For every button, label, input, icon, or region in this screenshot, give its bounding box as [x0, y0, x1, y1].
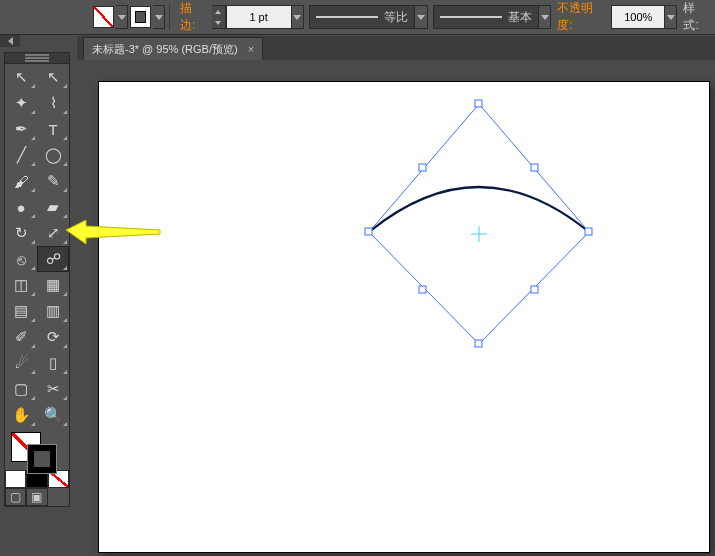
svg-rect-5 [419, 164, 426, 171]
stroke-weight-dropdown[interactable] [292, 5, 304, 29]
pen-tool[interactable]: ✒ [5, 116, 37, 142]
document-tab[interactable]: 未标题-3* @ 95% (RGB/预览) × [83, 37, 263, 60]
dash-profile-label: 等比 [384, 9, 408, 26]
dash-profile-dropdown[interactable] [415, 5, 427, 29]
type-tool[interactable]: T [37, 116, 69, 142]
stroke-label[interactable]: 描边: [174, 0, 212, 34]
document-tab-title: 未标题-3* @ 95% (RGB/预览) [92, 42, 238, 57]
svg-rect-7 [419, 286, 426, 293]
scale-tool[interactable]: ⤢ [37, 220, 69, 246]
svg-rect-3 [475, 340, 482, 347]
color-mode-solid[interactable] [5, 470, 26, 488]
stroke-dropdown[interactable] [153, 5, 165, 29]
lasso-tool[interactable]: ⌇ [37, 90, 69, 116]
dash-profile-combo[interactable]: 等比 [309, 5, 415, 29]
zoom-tool[interactable]: 🔍 [37, 402, 69, 428]
stroke-weight-stepper[interactable] [212, 5, 226, 29]
fill-dropdown[interactable] [116, 5, 128, 29]
svg-rect-6 [531, 164, 538, 171]
opacity-dropdown[interactable] [665, 5, 677, 29]
brush-profile-combo[interactable]: 基本 [433, 5, 539, 29]
toolbox: ↖↖✦⌇✒T╱◯🖌✎●▰↻⤢⎋☍◫▦▤▥✐⟳☄▯▢✂✋🔍 ▢ ▣ [4, 52, 70, 507]
magic-wand-tool[interactable]: ✦ [5, 90, 37, 116]
live-paint-tool[interactable]: ▦ [37, 272, 69, 298]
svg-rect-1 [475, 100, 482, 107]
blob-brush-tool[interactable]: ● [5, 194, 37, 220]
brush-profile-label: 基本 [508, 9, 532, 26]
fill-stroke-control[interactable] [5, 428, 69, 470]
control-bar: 描边: 1 pt 等比 基本 不透明度: 100% 样式: [0, 0, 715, 35]
svg-rect-4 [365, 228, 372, 235]
gradient-tool[interactable]: ▥ [37, 298, 69, 324]
selection-tool[interactable]: ↖ [5, 64, 37, 90]
fill-swatch[interactable] [93, 6, 114, 28]
svg-rect-2 [585, 228, 592, 235]
free-transform-tool[interactable]: ☍ [37, 246, 69, 272]
toolbox-grip[interactable] [5, 53, 69, 64]
svg-marker-0 [369, 104, 589, 344]
stroke-swatch[interactable] [130, 6, 151, 28]
style-label: 样式: [677, 0, 715, 34]
eraser-tool[interactable]: ▰ [37, 194, 69, 220]
hand-tool[interactable]: ✋ [5, 402, 37, 428]
screen-mode-normal[interactable]: ▢ [5, 488, 26, 506]
svg-rect-8 [531, 286, 538, 293]
ellipse-tool[interactable]: ◯ [37, 142, 69, 168]
shape-builder-tool[interactable]: ◫ [5, 272, 37, 298]
opacity-label[interactable]: 不透明度: [551, 0, 611, 34]
opacity-field[interactable]: 100% [611, 5, 665, 29]
slice-tool[interactable]: ✂ [37, 376, 69, 402]
width-tool[interactable]: ⎋ [5, 246, 37, 272]
direct-selection-tool[interactable]: ↖ [37, 64, 69, 90]
panel-collapse-toggle[interactable] [0, 35, 20, 47]
close-tab-icon[interactable]: × [248, 43, 254, 55]
artboard-tool[interactable]: ▢ [5, 376, 37, 402]
artwork-overlay [99, 82, 709, 552]
eyedropper-tool[interactable]: ✐ [5, 324, 37, 350]
document-tabstrip: 未标题-3* @ 95% (RGB/预览) × [77, 36, 715, 60]
screen-mode-full[interactable]: ▣ [26, 488, 47, 506]
stroke-indicator[interactable] [27, 444, 57, 474]
paintbrush-tool[interactable]: 🖌 [5, 168, 37, 194]
line-tool[interactable]: ╱ [5, 142, 37, 168]
blend-tool[interactable]: ⟳ [37, 324, 69, 350]
column-graph-tool[interactable]: ▯ [37, 350, 69, 376]
stroke-weight-field[interactable]: 1 pt [226, 5, 292, 29]
pencil-tool[interactable]: ✎ [37, 168, 69, 194]
canvas-area [77, 60, 715, 556]
symbol-sprayer-tool[interactable]: ☄ [5, 350, 37, 376]
brush-profile-dropdown[interactable] [539, 5, 551, 29]
rotate-tool[interactable]: ↻ [5, 220, 37, 246]
mesh-tool[interactable]: ▤ [5, 298, 37, 324]
